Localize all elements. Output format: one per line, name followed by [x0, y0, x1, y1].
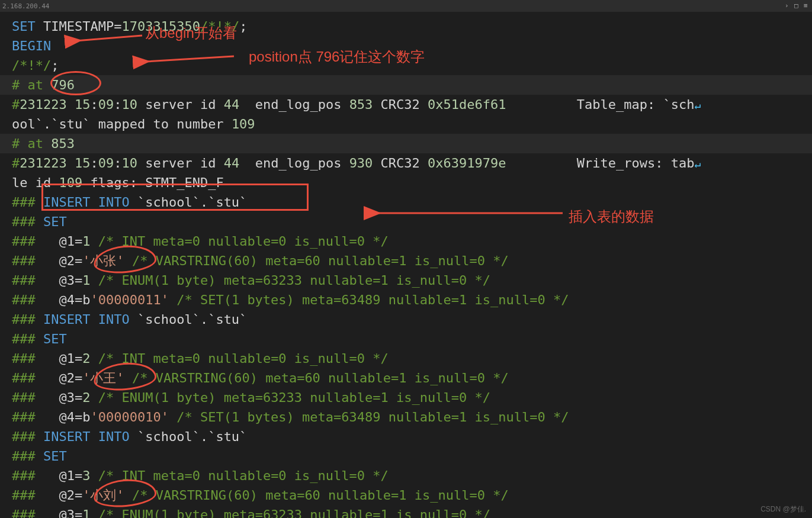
token: 44	[224, 156, 240, 170]
token: # at	[12, 136, 51, 151]
code-content: ### @4=b'00000010' /* SET(1 bytes) meta=…	[12, 407, 812, 427]
token: =	[114, 19, 121, 34]
code-line[interactable]: BEGIN	[0, 36, 812, 56]
code-content: ### @4=b'00000011' /* SET(1 bytes) meta=…	[12, 290, 812, 310]
token	[169, 292, 176, 307]
token: /* VARSTRING(60) meta=60 nullable=1 is_n…	[132, 488, 509, 503]
token: 1703315350	[121, 19, 200, 34]
token: @1=	[59, 234, 82, 249]
token: # at	[12, 78, 51, 92]
code-line[interactable]: #231223 15:09:10 server id 44 end_log_po…	[0, 95, 812, 114]
token	[67, 156, 75, 170]
titlebar-ip: 2.168.200.44	[2, 2, 49, 10]
code-line[interactable]: ### SET	[0, 212, 812, 231]
token: /* ENUM(1 byte) meta=63233 nullable=1 is…	[98, 273, 490, 288]
token: 3	[82, 468, 90, 483]
token: 09	[98, 97, 114, 112]
token: /* SET(1 bytes) meta=63489 nullable=1 is…	[176, 292, 569, 307]
token: :	[114, 156, 121, 170]
token: 10	[121, 97, 137, 112]
token: 1	[82, 273, 90, 288]
token: ###	[12, 273, 59, 288]
token: SET	[12, 19, 36, 34]
token: 231223	[20, 97, 66, 112]
annotation-box-insert	[41, 184, 309, 211]
token: CRC32	[373, 156, 428, 170]
token: ###	[12, 234, 59, 249]
token	[90, 273, 98, 288]
token: SET	[43, 214, 67, 229]
token	[169, 410, 176, 424]
token: ###	[12, 332, 43, 346]
code-line[interactable]: ### SET	[0, 446, 812, 466]
token: ###	[12, 488, 59, 503]
code-content: ### @3=2 /* ENUM(1 byte) meta=63233 null…	[12, 388, 812, 407]
token: Write_rows: tab	[506, 156, 695, 170]
token: ###	[12, 253, 59, 268]
line-wrap-icon: ↵	[694, 99, 701, 111]
token: @3=	[59, 507, 82, 518]
token: end_log_pos	[239, 156, 349, 170]
token: 10	[121, 156, 137, 170]
token: @3=	[59, 273, 82, 288]
token: :	[90, 156, 98, 170]
token: 15	[75, 97, 91, 112]
token: ###	[12, 214, 43, 229]
code-line[interactable]: /*!*/;	[0, 56, 812, 75]
code-line[interactable]: ### SET	[0, 329, 812, 349]
token: ###	[12, 429, 43, 444]
code-line[interactable]: # at 853	[0, 134, 812, 153]
token: 1	[82, 234, 90, 249]
code-line[interactable]: ### @3=1 /* ENUM(1 byte) meta=63233 null…	[0, 271, 812, 290]
token: ###	[12, 410, 59, 424]
code-content: #231223 15:09:10 server id 44 end_log_po…	[12, 153, 812, 173]
token: 2	[82, 351, 90, 366]
token: TIMESTAMP	[36, 19, 114, 34]
token: ###	[12, 292, 59, 307]
code-content: #231223 15:09:10 server id 44 end_log_po…	[12, 95, 812, 114]
code-line[interactable]: SET TIMESTAMP=1703315350/*!*/;	[0, 17, 812, 36]
token: ;	[51, 58, 59, 73]
token: /* ENUM(1 byte) meta=63233 nullable=1 is…	[98, 507, 490, 518]
token: end_log_pos	[239, 97, 349, 112]
token: `school`.`stu`	[130, 312, 248, 327]
token: :	[90, 97, 98, 112]
code-line[interactable]: #231223 15:09:10 server id 44 end_log_po…	[0, 153, 812, 173]
token: server id	[137, 156, 224, 170]
token: @3=	[59, 390, 82, 405]
code-line[interactable]: ool`.`stu` mapped to number 109	[0, 114, 812, 134]
token: @4=b	[59, 292, 90, 307]
token: @2=	[59, 253, 82, 268]
code-content: # at 796	[12, 75, 812, 95]
code-line[interactable]: ### @4=b'00000011' /* SET(1 bytes) meta=…	[0, 290, 812, 310]
token: 44	[224, 97, 240, 112]
token: '00000010'	[90, 410, 168, 424]
code-line[interactable]: ### INSERT INTO `school`.`stu`	[0, 427, 812, 446]
code-content: ### @3=1 /* ENUM(1 byte) meta=63233 null…	[12, 505, 812, 518]
code-content: ### @3=1 /* ENUM(1 byte) meta=63233 null…	[12, 271, 812, 290]
chevron-right-icon[interactable]: ›	[785, 3, 791, 9]
token: /* VARSTRING(60) meta=60 nullable=1 is_n…	[132, 253, 509, 268]
code-line[interactable]: # at 796	[0, 75, 812, 95]
token: 109	[232, 117, 255, 131]
token: ###	[12, 449, 43, 464]
token	[90, 507, 98, 518]
token: ###	[12, 468, 59, 483]
token: INSERT INTO	[43, 429, 130, 444]
code-content: ### SET	[12, 212, 812, 231]
menu-icon[interactable]: ≡	[804, 3, 810, 9]
code-content: ool`.`stu` mapped to number 109	[12, 114, 812, 134]
maximize-icon[interactable]: □	[794, 3, 800, 9]
token: ###	[12, 390, 59, 405]
token: /*!*/	[200, 19, 239, 34]
line-wrap-icon: ↵	[694, 157, 701, 170]
token: INSERT INTO	[43, 312, 130, 327]
code-content: # at 853	[12, 134, 812, 153]
token	[90, 390, 98, 405]
code-content: SET TIMESTAMP=1703315350/*!*/;	[12, 17, 812, 36]
code-line[interactable]: ### @3=2 /* ENUM(1 byte) meta=63233 null…	[0, 388, 812, 407]
token	[90, 468, 98, 483]
code-line[interactable]: ### INSERT INTO `school`.`stu`	[0, 310, 812, 329]
code-line[interactable]: ### @4=b'00000010' /* SET(1 bytes) meta=…	[0, 407, 812, 427]
token: #	[12, 156, 20, 170]
